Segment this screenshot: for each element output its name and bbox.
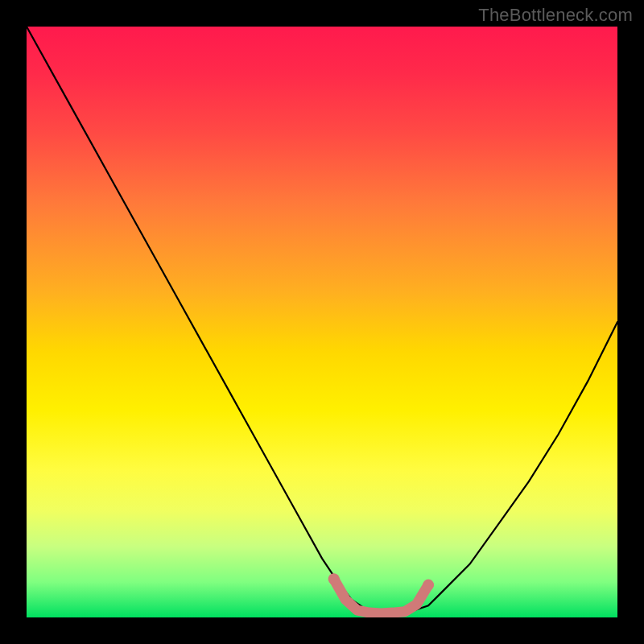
flat-region-markers	[328, 573, 434, 613]
chart-svg	[27, 27, 617, 617]
flat-marker-stroke	[334, 579, 428, 613]
flat-marker-endpoint	[423, 580, 434, 591]
plot-area	[27, 27, 617, 617]
watermark-text: TheBottleneck.com	[478, 5, 633, 26]
flat-marker-endpoint	[328, 573, 340, 584]
curve-line	[27, 27, 617, 614]
